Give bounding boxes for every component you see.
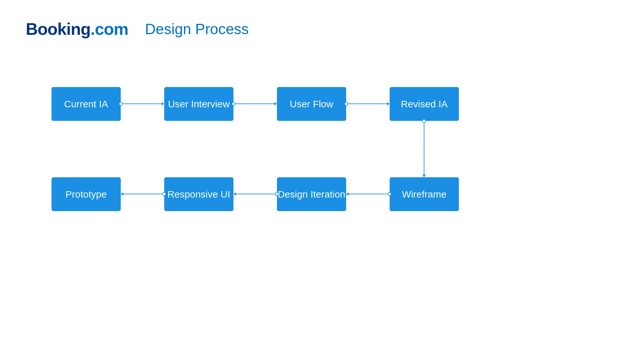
logo-com-text: com xyxy=(95,19,128,39)
box-current-ia: Current IA xyxy=(52,87,121,121)
header: Booking.com Design Process xyxy=(26,19,249,39)
arrow-1 xyxy=(162,102,164,105)
arrow-7 xyxy=(121,192,123,196)
logo: Booking.com xyxy=(26,19,128,39)
box-user-interview: User Interview xyxy=(164,87,233,121)
logo-dot: . xyxy=(90,19,95,39)
box-revised-ia: Revised IA xyxy=(390,87,459,121)
box-prototype: Prototype xyxy=(52,177,121,211)
page-title: Design Process xyxy=(145,20,249,38)
arrow-6 xyxy=(233,192,236,196)
arrow-5 xyxy=(346,192,349,196)
box-wireframe: Wireframe xyxy=(390,177,459,211)
arrow-4 xyxy=(422,175,426,177)
box-responsive-ui: Responsive UI xyxy=(164,177,233,211)
arrow-2 xyxy=(274,102,277,105)
box-user-flow: User Flow xyxy=(277,87,346,121)
diagram-area: Current IA User Interview User Flow Revi… xyxy=(26,71,618,328)
logo-booking-text: Booking xyxy=(26,19,90,39)
box-design-iteration: Design Iteration xyxy=(277,177,346,211)
arrow-3 xyxy=(387,102,390,105)
